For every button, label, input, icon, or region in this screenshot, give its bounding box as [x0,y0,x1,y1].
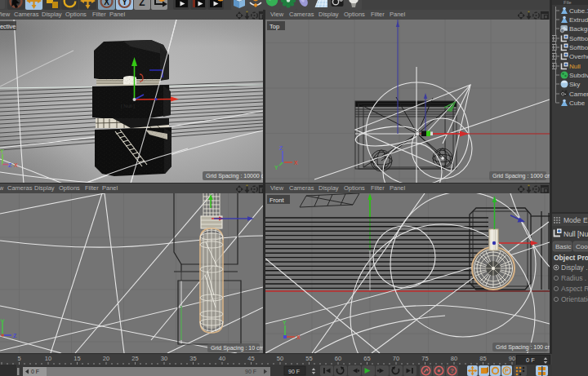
svg-text:90 F: 90 F [245,369,256,374]
svg-text:Grid Spacing : 10 cm: Grid Spacing : 10 cm [211,345,263,352]
svg-text:Display . . .: Display . . . [561,263,588,272]
svg-text:spective: spective [0,23,16,30]
svg-text:20: 20 [103,355,109,362]
svg-text:30: 30 [161,355,167,362]
svg-text:70: 70 [393,355,399,362]
svg-text:Grid Spacing : 100 cm: Grid Spacing : 100 cm [496,344,550,351]
svg-text:X: X [104,0,109,7]
svg-text:25: 25 [131,355,138,362]
svg-text:5: 5 [17,355,20,362]
svg-text:Top: Top [270,23,279,30]
svg-text:Subdivis: Subdivis [569,72,588,79]
svg-text:Coord: Coord [576,243,588,250]
svg-text:0 F: 0 F [31,369,39,374]
svg-text:Softbox: Softbox [569,35,588,42]
svg-text:Z: Z [8,162,12,168]
svg-text:?: ? [450,367,454,374]
svg-text:Y: Y [283,320,287,325]
svg-text:10: 10 [45,355,51,362]
svg-text:Mode: Mode [564,216,581,224]
svg-text:85: 85 [479,355,486,362]
svg-text:Softbox: Softbox [569,44,588,51]
svg-text:Z: Z [279,145,283,151]
svg-text:Extrude: Extrude [569,16,588,24]
svg-text:Orientation: Orientation [561,295,588,303]
svg-text:Cube: Cube [569,100,586,107]
svg-text:Null [Null: Null [Null [564,230,588,238]
svg-text:Z: Z [13,333,17,338]
svg-text:90 F: 90 F [288,369,300,374]
svg-text:Y: Y [0,148,4,154]
svg-text:X: X [14,162,18,168]
svg-text:65: 65 [363,355,370,362]
svg-text:File: File [564,0,572,5]
svg-text:60: 60 [335,355,341,362]
svg-text:Basic: Basic [555,243,572,250]
svg-text:Z: Z [139,0,145,8]
svg-text:Null: Null [569,63,581,70]
svg-text:Aspect Rati: Aspect Rati [561,285,588,293]
svg-text:Y: Y [122,0,127,7]
svg-text:80: 80 [451,355,457,362]
svg-text:50: 50 [277,355,283,362]
svg-text:Cube.1: Cube.1 [569,7,588,15]
svg-text:45: 45 [247,355,254,362]
svg-text:Overhea: Overhea [569,53,588,60]
svg-text:Grid Spacing : 10000 cm: Grid Spacing : 10000 cm [206,173,263,179]
svg-text:35: 35 [189,355,196,362]
svg-text:P: P [505,368,509,374]
svg-text:90: 90 [509,355,515,362]
svg-text:Camera: Camera [569,91,588,98]
svg-text:Object Proper: Object Proper [554,254,588,262]
svg-text:X: X [296,334,301,340]
svg-text:Backgro: Backgro [569,25,588,33]
svg-text:Grid Spacing : 1000 cm: Grid Spacing : 1000 cm [492,173,550,179]
svg-text:40: 40 [219,355,225,362]
svg-text:Radius . . .: Radius . . . [561,274,588,282]
svg-text:15: 15 [74,355,80,362]
svg-text:Sky: Sky [569,81,580,88]
svg-text:75: 75 [421,355,428,362]
svg-text:Front: Front [270,197,284,204]
svg-text:X: X [294,160,298,166]
svg-text:55: 55 [305,355,312,362]
svg-text:E: E [583,216,588,224]
svg-text:Y: Y [274,165,278,170]
